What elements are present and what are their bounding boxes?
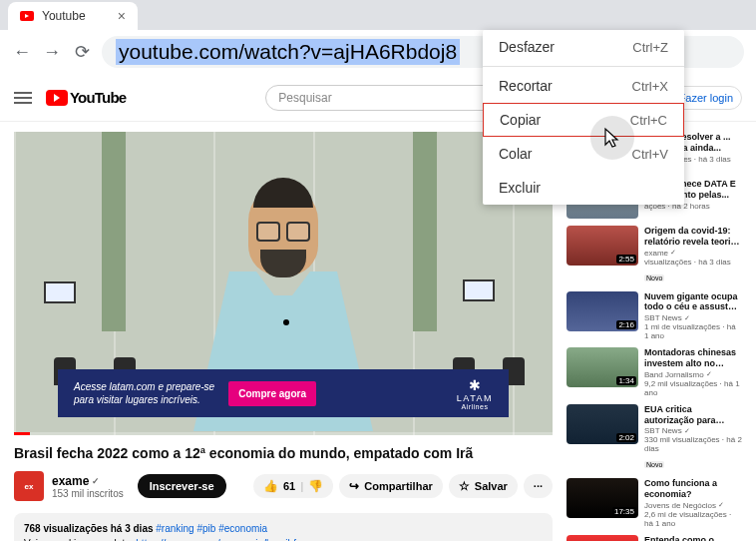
ctx-separator [483, 66, 684, 67]
rec-meta: visualizações · há 3 dias [644, 258, 742, 267]
video-thumbnail[interactable] [567, 226, 638, 266]
tab-close-button[interactable]: × [118, 8, 126, 24]
recommendation-item[interactable]: Como funciona a economia? Jovens de Negó… [567, 478, 742, 528]
share-icon: ↪ [349, 479, 359, 493]
browser-tab-strip: Youtube × [0, 0, 756, 30]
video-thumbnail[interactable] [567, 347, 638, 387]
progress-bar[interactable] [14, 432, 553, 435]
youtube-logo-text: YouTube [70, 89, 126, 106]
channel-name[interactable]: exame✓ [52, 474, 124, 488]
ad-cta-button[interactable]: Compre agora [228, 381, 316, 406]
rec-channel: exame ✓ [644, 249, 742, 258]
rec-channel: Band Jornalismo ✓ [644, 370, 742, 379]
video-thumbnail[interactable] [567, 535, 638, 541]
ctx-paste[interactable]: Colar Ctrl+V [483, 137, 684, 171]
rec-title: EUA critica autorização para navios de g… [644, 404, 742, 426]
rec-meta: 330 mil visualizações · há 2 dias [644, 435, 742, 453]
rec-title: Nuvem gigante ocupa todo o céu e assusta… [644, 291, 742, 313]
rec-meta: 2,6 mi de visualizações · há 1 ano [644, 510, 742, 528]
video-player[interactable]: exaAGO Acesse latam.com e prepare-separa… [14, 132, 553, 435]
recommendation-item[interactable]: Origem da covid-19: relatório revela teo… [567, 226, 742, 284]
recommendation-item[interactable]: EUA critica autorização para navios de g… [567, 404, 742, 472]
recommendation-item[interactable]: Entenda como o YouTube impacta a economi… [567, 535, 742, 541]
rec-channel: Jovens de Negócios ✓ [644, 501, 742, 510]
recommendation-item[interactable]: Montadoras chinesas investem alto no Bra… [567, 347, 742, 397]
more-actions-button[interactable]: ··· [524, 474, 553, 498]
channel-avatar[interactable]: ex [14, 471, 44, 501]
tab-title: Youtube [42, 9, 86, 23]
main-column: exaAGO Acesse latam.com e prepare-separa… [14, 132, 553, 541]
ad-overlay-banner[interactable]: Acesse latam.com e prepare-separa visita… [58, 369, 509, 417]
ctx-copy[interactable]: Copiar Ctrl+C [483, 103, 684, 137]
save-button[interactable]: ☆Salvar [449, 474, 518, 498]
url-text[interactable]: youtube.com/watch?v=ajHA6Rbdoj8 [116, 39, 460, 65]
video-meta-row: ex exame✓ 153 mil inscritos Inscrever-se… [14, 471, 553, 501]
latam-logo-icon: LATAMAirlines [457, 377, 493, 410]
thumbs-up-icon: 👍 [263, 479, 278, 493]
youtube-play-icon [46, 90, 68, 106]
rec-title: Entenda como o YouTube impacta a economi… [644, 535, 742, 541]
hashtags[interactable]: #ranking #pib #economia [154, 523, 268, 534]
subscribe-button[interactable]: Inscrever-se [138, 474, 226, 498]
view-count: 768 visualizações há 3 dias [24, 523, 154, 534]
new-badge: Novo [644, 461, 664, 468]
verified-icon: ✓ [92, 476, 100, 486]
rec-title: Montadoras chinesas investem alto no Bra… [644, 347, 742, 369]
ctx-undo[interactable]: Desfazer Ctrl+Z [483, 30, 684, 64]
like-button[interactable]: 👍61|👎 [253, 474, 333, 498]
share-button[interactable]: ↪Compartilhar [339, 474, 442, 498]
new-badge: Novo [644, 274, 664, 281]
forward-button[interactable]: → [42, 42, 62, 62]
video-thumbnail[interactable] [567, 291, 638, 331]
rec-channel: SBT News ✓ [644, 426, 742, 435]
reload-button[interactable]: ⟳ [72, 42, 92, 62]
browser-tab[interactable]: Youtube × [8, 2, 138, 30]
recommendation-item[interactable]: Nuvem gigante ocupa todo o céu e assusta… [567, 291, 742, 341]
channel-subs: 153 mil inscritos [52, 488, 124, 499]
ctx-delete[interactable]: Excluir [483, 171, 684, 205]
video-thumbnail[interactable] [567, 478, 638, 518]
video-title: Brasil fecha 2022 como a 12ª economia do… [14, 445, 553, 461]
cursor-icon [590, 116, 634, 160]
rec-title: Como funciona a economia? [644, 478, 742, 500]
bookmark-icon: ☆ [459, 479, 470, 493]
rec-meta: 9,2 mil visualizações · há 1 ano [644, 379, 742, 397]
description-box[interactable]: 768 visualizações há 3 dias #ranking #pi… [14, 513, 553, 541]
ctx-cut[interactable]: Recortar Ctrl+X [483, 69, 684, 103]
thumbs-down-icon[interactable]: 👎 [308, 479, 323, 493]
youtube-logo[interactable]: YouTube [46, 89, 126, 106]
ad-text: Acesse latam.com e prepare-separa visita… [74, 380, 214, 406]
hamburger-menu-icon[interactable] [14, 92, 32, 104]
youtube-favicon-icon [20, 11, 34, 21]
rec-meta: 1 mi de visualizações · há 1 ano [644, 322, 742, 340]
context-menu: Desfazer Ctrl+Z Recortar Ctrl+X Copiar C… [483, 30, 684, 205]
back-button[interactable]: ← [12, 42, 32, 62]
rec-channel: SBT News ✓ [644, 313, 742, 322]
video-thumbnail[interactable] [567, 404, 638, 444]
rec-title: Origem da covid-19: relatório revela teo… [644, 226, 742, 248]
